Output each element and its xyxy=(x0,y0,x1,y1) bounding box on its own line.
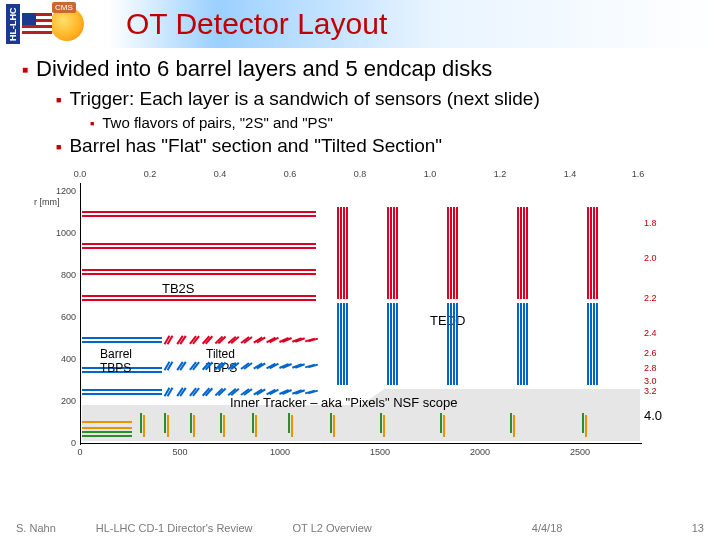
slide-title: OT Detector Layout xyxy=(126,7,387,41)
anno-inner-tracker: Inner Tracker – aka "Pixels" NSF scope xyxy=(230,395,457,410)
bullet-l2-trigger: Trigger: Each layer is a sandwich of sen… xyxy=(56,88,698,110)
anno-tb2s: TB2S xyxy=(162,281,195,296)
r-tick: 0 xyxy=(50,438,76,448)
r-tick: 400 xyxy=(50,354,76,364)
z-tick: 2500 xyxy=(570,447,590,457)
eta-tick-right: 2.2 xyxy=(644,293,657,303)
footer: S. Nahn HL-LHC CD-1 Director's Review OT… xyxy=(0,522,720,534)
eta-tick: 0.4 xyxy=(214,169,227,179)
bullet-l2-barrel: Barrel has "Flat" section and "Tilted Se… xyxy=(56,135,698,157)
y-axis-label: r [mm] xyxy=(34,197,60,207)
eta-tick: 0.2 xyxy=(144,169,157,179)
bullet-l1: Divided into 6 barrel layers and 5 endca… xyxy=(22,56,698,82)
footer-date: 4/4/18 xyxy=(532,522,563,534)
eta-tick-right: 2.6 xyxy=(644,348,657,358)
eta-tick-right: 4.0 xyxy=(644,408,662,423)
eta-tick-right: 2.4 xyxy=(644,328,657,338)
eta-tick: 0.6 xyxy=(284,169,297,179)
eta-tick: 0.0 xyxy=(74,169,87,179)
title-bar: HL-LHC CMS OT Detector Layout xyxy=(0,0,720,48)
eta-tick: 1.6 xyxy=(632,169,645,179)
eta-tick: 1.4 xyxy=(564,169,577,179)
z-tick: 500 xyxy=(172,447,187,457)
tracker-diagram: r [mm] 0.0 0.2 0.4 0.6 0.8 1.0 1.2 1.4 1… xyxy=(30,163,690,463)
r-tick: 200 xyxy=(50,396,76,406)
eta-tick-right: 3.0 xyxy=(644,376,657,386)
z-tick: 1500 xyxy=(370,447,390,457)
footer-author: S. Nahn xyxy=(16,522,56,534)
cms-badge: CMS xyxy=(52,2,76,13)
r-tick: 1000 xyxy=(50,228,76,238)
eta-tick-right: 2.8 xyxy=(644,363,657,373)
r-tick: 600 xyxy=(50,312,76,322)
r-tick: 1200 xyxy=(50,186,76,196)
r-tick: 800 xyxy=(50,270,76,280)
eta-tick: 1.2 xyxy=(494,169,507,179)
bullet-l3-flavors: Two flavors of pairs, "2S" and "PS" xyxy=(90,114,698,131)
z-tick: 2000 xyxy=(470,447,490,457)
y-axis xyxy=(80,183,81,445)
content-body: Divided into 6 barrel layers and 5 endca… xyxy=(0,48,720,463)
footer-session: OT L2 Overview xyxy=(293,522,372,534)
z-tick: 0 xyxy=(77,447,82,457)
footer-slidenum: 13 xyxy=(692,522,704,534)
eta-tick: 0.8 xyxy=(354,169,367,179)
z-tick: 1000 xyxy=(270,447,290,457)
us-flag-icon xyxy=(22,13,52,35)
x-axis xyxy=(80,443,642,444)
anno-barrel-tbps: BarrelTBPS xyxy=(100,347,132,375)
eta-tick-right: 1.8 xyxy=(644,218,657,228)
logo-block: HL-LHC CMS xyxy=(0,0,100,48)
eta-tick-right: 3.2 xyxy=(644,386,657,396)
eta-tick-right: 2.0 xyxy=(644,253,657,263)
footer-review: HL-LHC CD-1 Director's Review xyxy=(96,522,253,534)
hl-lhc-badge: HL-LHC xyxy=(6,4,20,44)
eta-tick: 1.0 xyxy=(424,169,437,179)
